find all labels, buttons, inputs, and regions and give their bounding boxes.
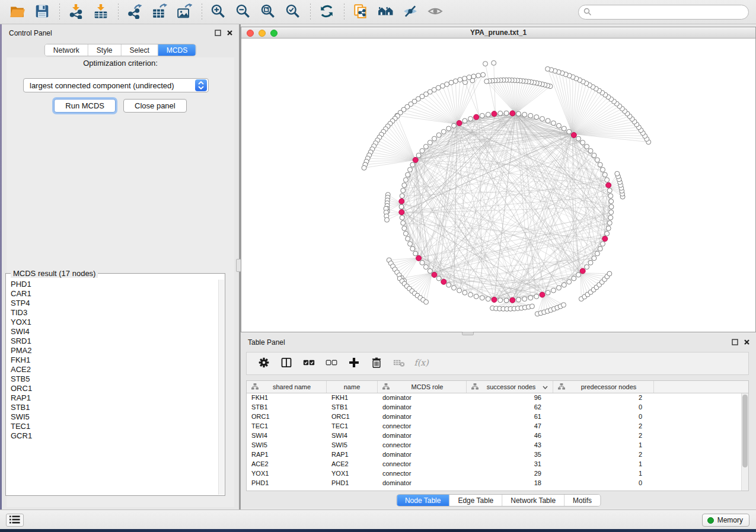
network-node[interactable] <box>432 136 437 141</box>
network-node[interactable] <box>385 217 390 222</box>
network-node[interactable] <box>592 256 596 261</box>
network-node[interactable] <box>441 129 446 134</box>
network-node[interactable] <box>413 251 418 256</box>
network-node[interactable] <box>606 226 611 230</box>
dominator-node[interactable] <box>606 182 611 188</box>
network-node[interactable] <box>608 215 613 220</box>
export-image-button[interactable] <box>174 3 194 21</box>
mcds-result-item[interactable]: RAP1 <box>11 393 218 403</box>
network-node[interactable] <box>400 194 404 198</box>
tab-network-table[interactable]: Network Table <box>502 495 564 506</box>
network-node[interactable] <box>607 188 612 193</box>
network-node[interactable] <box>480 113 484 118</box>
network-node[interactable] <box>528 113 533 118</box>
network-node[interactable] <box>476 73 481 78</box>
network-node[interactable] <box>504 298 509 303</box>
network-node[interactable] <box>516 111 521 116</box>
network-node[interactable] <box>457 288 462 293</box>
tab-edge-table[interactable]: Edge Table <box>449 495 502 506</box>
mcds-result-item[interactable]: ORC1 <box>11 384 218 393</box>
network-node[interactable] <box>423 144 428 149</box>
zoom-selected-button[interactable] <box>283 3 303 21</box>
network-node[interactable] <box>410 246 415 251</box>
memory-button[interactable]: Memory <box>702 514 749 527</box>
table-row[interactable]: SWI4SWI4dominator462 <box>247 431 741 441</box>
network-node[interactable] <box>452 123 457 128</box>
network-node[interactable] <box>410 162 415 167</box>
network-node[interactable] <box>483 62 488 66</box>
dominator-node[interactable] <box>474 114 479 120</box>
dominator-node[interactable] <box>399 198 404 204</box>
mcds-result-item[interactable]: SWI4 <box>11 327 218 336</box>
close-panel-button[interactable]: Close panel <box>123 99 187 113</box>
network-node[interactable] <box>481 72 486 77</box>
network-node[interactable] <box>480 296 484 300</box>
network-node[interactable] <box>607 271 612 276</box>
network-node[interactable] <box>529 304 534 309</box>
network-node[interactable] <box>557 123 562 128</box>
table-row[interactable]: STB1STB1dominator620 <box>247 403 741 412</box>
search-input[interactable] <box>578 5 749 20</box>
table-row[interactable]: TEC1TEC1connector472 <box>247 422 741 431</box>
dominator-node[interactable] <box>399 210 404 215</box>
network-node[interactable] <box>601 167 605 172</box>
network-node[interactable] <box>608 194 613 198</box>
network-node[interactable] <box>458 78 462 82</box>
dominator-node[interactable] <box>510 111 515 116</box>
close-table-panel-icon[interactable] <box>743 338 750 345</box>
dominator-node[interactable] <box>441 279 446 284</box>
tab-mcds[interactable]: MCDS <box>158 44 196 56</box>
network-node[interactable] <box>498 111 503 116</box>
network-node[interactable] <box>452 286 457 290</box>
dominator-node[interactable] <box>413 158 418 163</box>
network-node[interactable] <box>498 298 503 303</box>
table-row[interactable]: FKH1FKH1dominator962 <box>247 393 741 403</box>
network-node[interactable] <box>598 162 602 167</box>
tab-style[interactable]: Style <box>88 44 122 56</box>
network-node[interactable] <box>562 126 566 131</box>
network-node[interactable] <box>474 294 479 299</box>
network-node[interactable] <box>546 66 550 71</box>
network-node[interactable] <box>446 126 451 131</box>
network-node[interactable] <box>601 242 605 246</box>
network-node[interactable] <box>449 80 454 85</box>
network-node[interactable] <box>598 246 602 251</box>
close-panel-icon[interactable] <box>226 29 233 36</box>
dominator-node[interactable] <box>571 133 576 138</box>
network-node[interactable] <box>406 172 410 177</box>
network-node[interactable] <box>399 204 404 209</box>
mcds-result-item[interactable]: STB1 <box>11 403 218 412</box>
network-node[interactable] <box>602 172 607 177</box>
network-node[interactable] <box>557 286 562 290</box>
network-node[interactable] <box>551 288 556 293</box>
mcds-result-item[interactable]: TEC1 <box>11 422 218 431</box>
dominator-node[interactable] <box>432 272 437 277</box>
column-header-shared-name[interactable]: shared name <box>247 381 327 393</box>
network-node[interactable] <box>446 283 451 287</box>
network-node[interactable] <box>436 276 441 281</box>
column-header-successor-nodes[interactable]: successor nodes <box>467 381 553 393</box>
import-network-button[interactable] <box>66 3 86 21</box>
network-node[interactable] <box>420 260 425 265</box>
network-node[interactable] <box>522 112 527 117</box>
network-node[interactable] <box>402 183 407 188</box>
add-row-button[interactable] <box>345 355 363 372</box>
network-node[interactable] <box>420 149 425 153</box>
refresh-button[interactable] <box>317 3 337 21</box>
import-table-button[interactable] <box>91 3 111 21</box>
table-settings-button[interactable] <box>255 355 273 372</box>
first-neighbors-button[interactable] <box>375 3 395 21</box>
network-node[interactable] <box>516 297 521 302</box>
network-node[interactable] <box>436 133 441 137</box>
float-panel-icon[interactable] <box>214 29 221 36</box>
network-node[interactable] <box>428 268 432 273</box>
network-node[interactable] <box>408 167 413 172</box>
deselect-all-button[interactable] <box>323 355 340 372</box>
tab-motifs[interactable]: Motifs <box>564 495 600 506</box>
network-node[interactable] <box>401 220 406 225</box>
show-columns-button[interactable] <box>277 355 295 372</box>
mcds-result-item[interactable]: ACE2 <box>11 365 218 374</box>
network-node[interactable] <box>546 290 550 295</box>
table-row[interactable]: PHD1PHD1dominator180 <box>247 479 741 488</box>
network-node[interactable] <box>403 178 408 182</box>
